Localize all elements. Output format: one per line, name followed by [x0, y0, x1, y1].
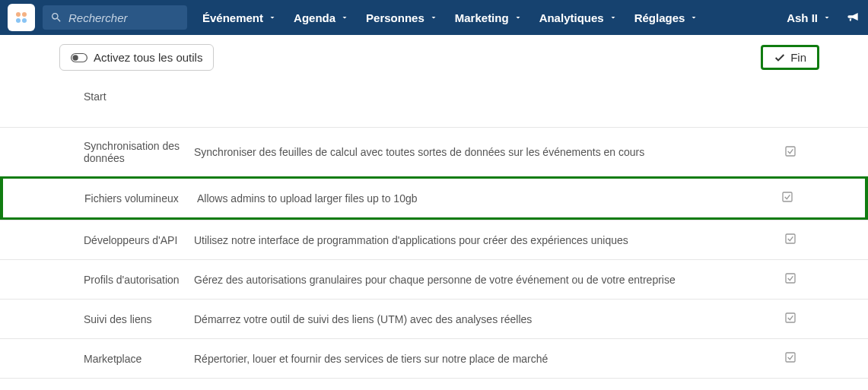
- svg-point-5: [72, 55, 78, 60]
- chevron-down-icon: [429, 13, 438, 22]
- svg-point-1: [22, 12, 27, 17]
- action-bar: Activez tous les outils Fin: [0, 35, 868, 80]
- user-name: Ash II: [787, 11, 818, 24]
- svg-rect-10: [786, 313, 795, 322]
- nav-label: Marketing: [455, 11, 509, 24]
- checkbox-checked-icon: [784, 351, 796, 363]
- chevron-down-icon: [609, 13, 618, 22]
- row-title: Fichiers volumineux: [3, 192, 197, 205]
- check-icon: [774, 52, 786, 64]
- table-row[interactable]: Suivi des liensDémarrez votre outil de s…: [0, 299, 868, 338]
- row-checkbox[interactable]: [784, 233, 868, 247]
- content: Activez tous les outils Fin Start Synchr…: [0, 35, 868, 390]
- svg-rect-9: [786, 274, 795, 283]
- row-title: Profils d'autorisation: [0, 274, 194, 286]
- table-row[interactable]: Profils d'autorisationGérez des autorisa…: [0, 259, 868, 299]
- row-description: Gérez des autorisations granulaires pour…: [194, 274, 784, 286]
- tools-list: Synchronisation des donnéesSynchroniser …: [0, 127, 868, 390]
- announce-button[interactable]: [845, 9, 860, 27]
- checkbox-checked-icon: [784, 233, 796, 245]
- row-checkbox[interactable]: [781, 191, 865, 205]
- table-row[interactable]: MarketplaceRépertorier, louer et fournir…: [0, 338, 868, 378]
- row-description: Allows admins to upload larger files up …: [197, 192, 781, 205]
- svg-rect-8: [786, 234, 795, 243]
- activate-all-button[interactable]: Activez tous les outils: [59, 44, 214, 71]
- checkbox-checked-icon: [784, 272, 796, 284]
- app-logo[interactable]: [8, 4, 35, 31]
- svg-rect-6: [786, 147, 795, 156]
- nav-label: Analytiques: [539, 11, 604, 24]
- logo-icon: [12, 8, 30, 27]
- chevron-down-icon: [268, 13, 277, 22]
- row-title: Développeurs d'API: [0, 234, 194, 246]
- chevron-down-icon: [689, 13, 698, 22]
- row-description: Démarrez votre outil de suivi des liens …: [194, 313, 784, 325]
- row-checkbox[interactable]: [784, 351, 868, 366]
- nav-item-agenda[interactable]: Agenda: [294, 11, 349, 24]
- checkbox-checked-icon: [784, 145, 796, 157]
- bullhorn-icon: [845, 9, 860, 24]
- svg-point-2: [16, 18, 21, 23]
- table-row[interactable]: DétailsAfficher les informations sur l'é…: [0, 378, 868, 390]
- svg-point-0: [16, 12, 21, 17]
- chevron-down-icon: [513, 13, 523, 22]
- topbar: Événement Agenda Personnes Marketing Ana…: [0, 0, 868, 35]
- nav-item-marketing[interactable]: Marketing: [455, 11, 523, 24]
- table-row[interactable]: Fichiers volumineuxAllows admins to uplo…: [0, 176, 868, 220]
- table-row[interactable]: Développeurs d'APIUtilisez notre interfa…: [0, 220, 868, 259]
- right-nav: Ash II: [787, 9, 860, 27]
- row-title: Marketplace: [0, 353, 194, 365]
- row-description: Synchroniser des feuilles de calcul avec…: [194, 146, 784, 158]
- row-description: Utilisez notre interface de programmatio…: [194, 234, 784, 246]
- row-checkbox[interactable]: [784, 145, 868, 160]
- row-checkbox[interactable]: [784, 312, 868, 326]
- fin-label: Fin: [790, 51, 806, 64]
- svg-rect-7: [783, 192, 792, 201]
- nav-label: Agenda: [294, 11, 335, 24]
- chevron-down-icon: [822, 13, 831, 22]
- svg-rect-11: [786, 353, 795, 362]
- checkbox-checked-icon: [781, 191, 793, 203]
- row-title: Synchronisation des données: [0, 140, 194, 164]
- checkbox-checked-icon: [784, 312, 796, 324]
- svg-point-3: [22, 18, 27, 23]
- activate-all-label: Activez tous les outils: [94, 51, 202, 64]
- fin-button[interactable]: Fin: [761, 45, 819, 70]
- toggle-off-icon: [71, 52, 87, 64]
- search-input[interactable]: [68, 11, 175, 24]
- start-label: Start: [0, 80, 868, 127]
- row-checkbox[interactable]: [784, 272, 868, 287]
- search-box[interactable]: [43, 5, 187, 30]
- user-menu[interactable]: Ash II: [787, 11, 831, 24]
- table-row[interactable]: Synchronisation des donnéesSynchroniser …: [0, 127, 868, 176]
- search-icon: [50, 11, 62, 24]
- nav-label: Événement: [202, 11, 263, 24]
- nav-item-analytiques[interactable]: Analytiques: [539, 11, 618, 24]
- nav-label: Réglages: [634, 11, 685, 24]
- chevron-down-icon: [340, 13, 349, 22]
- nav-item-personnes[interactable]: Personnes: [366, 11, 438, 24]
- row-title: Suivi des liens: [0, 313, 194, 325]
- row-description: Répertorier, louer et fournir des servic…: [194, 353, 784, 365]
- nav-item-evenement[interactable]: Événement: [202, 11, 277, 24]
- main-nav: Événement Agenda Personnes Marketing Ana…: [202, 11, 698, 24]
- nav-label: Personnes: [366, 11, 424, 24]
- nav-item-reglages[interactable]: Réglages: [634, 11, 699, 24]
